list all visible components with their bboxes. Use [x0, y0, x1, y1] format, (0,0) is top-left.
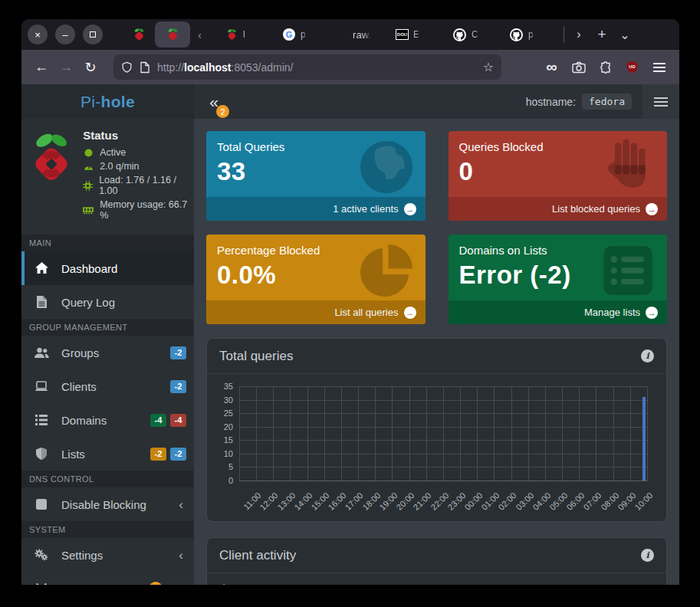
forward-button[interactable]: → [54, 56, 78, 79]
chevron-left-icon: ‹ [176, 549, 186, 562]
pinned-tab-pihole[interactable] [130, 28, 147, 41]
browser-window: × – ‹ [21, 19, 679, 585]
app-menu-button[interactable] [646, 56, 672, 79]
card-footer-link[interactable]: Manage lists → [449, 300, 668, 324]
card-value: 0 [459, 157, 668, 186]
pihole-favicon-icon [226, 28, 238, 41]
sidebar-section-dns-control: DNS CONTROL [21, 471, 194, 487]
laptop-icon [21, 381, 61, 392]
sidebar-item-lists[interactable]: Lists -2 -2 [21, 437, 194, 471]
query-bar[interactable] [642, 397, 646, 481]
back-button[interactable]: ← [29, 56, 54, 79]
svg-text:G: G [286, 30, 293, 39]
reload-button[interactable]: ↻ [78, 56, 103, 79]
gauge-icon [83, 162, 94, 171]
card-title: Domains on Lists [459, 244, 668, 257]
window-maximize-button[interactable] [83, 25, 103, 44]
sidebar-item-domains[interactable]: Domains -4 -4 [21, 403, 194, 437]
chip-icon [83, 181, 93, 191]
containers-button[interactable]: ∞ [539, 56, 564, 79]
tab-github-1[interactable]: C [447, 21, 504, 48]
card-footer-link[interactable]: 1 active clients → [206, 197, 426, 221]
window-minimize-button[interactable]: – [55, 25, 75, 44]
y-tick-label: 4 [221, 582, 225, 585]
update-count-badge: 2 [216, 105, 229, 118]
panel-title: Total queries [219, 349, 293, 364]
tab-google[interactable]: G p [277, 21, 334, 48]
sidebar-item-groups[interactable]: Groups -2 [21, 336, 194, 369]
control-sidebar-toggle[interactable] [642, 84, 679, 119]
summary-cards: Total Queries 33 1 active clients → [206, 131, 667, 324]
card-total-queries: Total Queries 33 1 active clients → [206, 131, 426, 221]
total-queries-xlabels: 11:0012:0013:0014:0015:0016:0017:0018:00… [239, 486, 648, 521]
tab-label: p [528, 29, 534, 40]
total-queries-panel: Total queries i 35302520151050 11:0012:0… [206, 338, 667, 522]
y-tick-label: 25 [224, 408, 233, 418]
tab-pihole-login[interactable]: l [220, 21, 277, 48]
home-icon [21, 262, 61, 274]
status-memory: Memory usage: 66.7 % [83, 199, 188, 221]
groups-count-badge: -2 [170, 346, 186, 359]
window-close-button[interactable]: × [28, 25, 48, 44]
screenshot-button[interactable] [566, 56, 591, 79]
card-footer-link[interactable]: List blocked queries → [449, 197, 668, 221]
x-tick-label: 00:00 [462, 491, 484, 512]
arrow-circle-right-icon: → [404, 203, 416, 215]
bookmark-star-icon[interactable]: ☆ [483, 60, 494, 74]
extensions-button[interactable] [593, 56, 618, 79]
pihole-logo[interactable]: Pi-hole [21, 84, 194, 119]
puzzle-icon [600, 61, 612, 74]
sidebar-item-disable-blocking[interactable]: Disable Blocking ‹ [21, 487, 194, 521]
sidebar-item-label: Dashboard [61, 262, 117, 275]
list-all-tabs-button[interactable]: ⌄ [613, 28, 636, 42]
hostname-value: fedora [582, 94, 632, 110]
tab-bar: × – ‹ [21, 19, 679, 50]
scroll-tabs-right-button[interactable]: › [567, 28, 590, 41]
x-tick-label: 12:00 [258, 491, 280, 512]
page-info-icon [140, 61, 150, 74]
status-load: Load: 1.76 / 1.16 / 1.00 [83, 175, 188, 196]
y-tick-label: 20 [224, 422, 233, 431]
tab-dou[interactable]: DOU E [390, 21, 447, 48]
sidebar-item-tools[interactable]: Tools 2 ‹ [21, 572, 194, 585]
scroll-tabs-left-button[interactable]: ‹ [190, 28, 209, 41]
url-bar[interactable]: http://localhost:8053/admin/ ☆ [113, 54, 501, 80]
users-icon [21, 347, 61, 359]
panel-header: Total queries i [207, 339, 666, 374]
sidebar-item-query-log[interactable]: Query Log [21, 285, 194, 319]
sidebar-item-dashboard[interactable]: Dashboard [21, 251, 194, 285]
logo-text-hole: hole [101, 93, 135, 111]
lists-warn-badge: -2 [150, 448, 166, 461]
total-queries-plot: 35302520151050 [239, 386, 648, 481]
sidebar-item-settings[interactable]: Settings ‹ [21, 538, 194, 572]
maximize-icon [90, 31, 96, 38]
tab-github-2[interactable]: p [504, 21, 560, 48]
plus-icon: + [597, 26, 606, 42]
info-icon[interactable]: i [641, 549, 654, 562]
card-footer-link[interactable]: List all queries → [206, 300, 426, 324]
x-tick-label: 13:00 [275, 491, 297, 512]
sidebar-item-clients[interactable]: Clients -2 [21, 369, 194, 403]
ublock-origin-button[interactable]: UO [619, 56, 645, 79]
tabbar-divider [564, 26, 564, 43]
card-title: Total Queries [217, 140, 426, 153]
pihole-header: Pi-hole « 2 hostname: fedora [21, 84, 679, 119]
browser-toolbar: ← → ↻ http://localhost:8053/admin/ ☆ ∞ [21, 50, 679, 84]
x-tick-label: 07:00 [582, 491, 603, 512]
sidebar-section-system: SYSTEM [21, 521, 194, 538]
total-queries-chart[interactable]: 35302520151050 11:0012:0013:0014:0015:00… [216, 379, 657, 521]
x-tick-label: 03:00 [514, 491, 535, 512]
domains-deny-badge: -4 [170, 414, 186, 427]
x-tick-label: 20:00 [395, 491, 416, 512]
arrow-circle-right-icon: → [646, 307, 658, 319]
y-tick-label: 10 [224, 449, 233, 458]
new-tab-button[interactable]: + [590, 26, 613, 43]
x-tick-label: 11:00 [242, 491, 262, 511]
card-percentage-blocked: Percentage Blocked 0.0% List all queries… [206, 235, 426, 324]
arrow-circle-right-icon: → [404, 307, 416, 319]
x-tick-label: 22:00 [429, 491, 450, 512]
tab-raw[interactable]: raw. [334, 21, 390, 48]
active-tab-pihole[interactable] [155, 21, 190, 48]
infinity-icon: ∞ [546, 58, 557, 76]
info-icon[interactable]: i [641, 349, 654, 363]
